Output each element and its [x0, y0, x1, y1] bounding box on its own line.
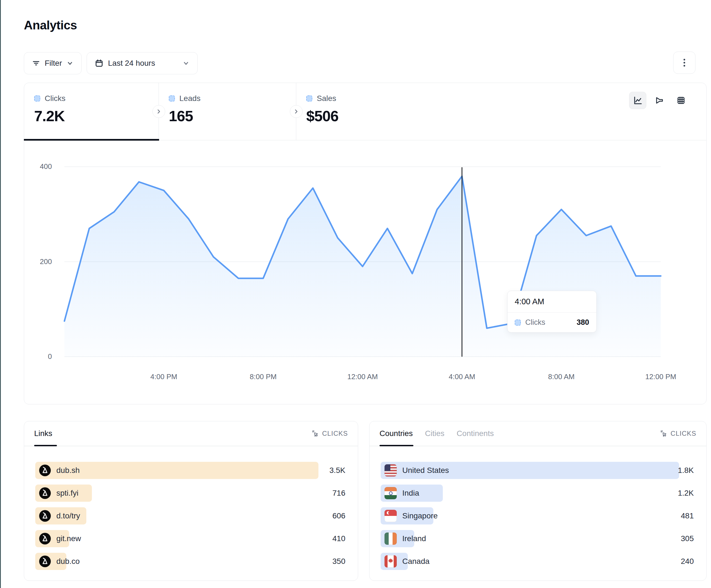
active-stat-underline: [24, 139, 159, 141]
clicks-time-series-chart[interactable]: 400 200 0 4:00 PM8:00 PM12:00 AM4:00 AM8…: [64, 167, 661, 357]
row-label: Ireland: [402, 534, 426, 543]
window-edge-accent: [0, 0, 1, 588]
link-row[interactable]: dub.sh3.5K: [35, 462, 347, 479]
row-value: 350: [332, 557, 347, 566]
table-view-button[interactable]: [672, 92, 690, 109]
chart-view-switcher: [629, 92, 690, 109]
x-axis-tick: 4:00 PM: [150, 372, 177, 381]
row-value: 606: [332, 512, 347, 520]
y-axis-tick: 400: [30, 162, 52, 171]
row-value: 240: [681, 557, 695, 566]
links-tab-underline: [34, 445, 57, 446]
row-label: d.to/try: [56, 512, 80, 520]
tab-countries[interactable]: Countries: [380, 429, 413, 438]
countries-tab-underline: [380, 445, 413, 446]
filter-button[interactable]: Filter: [24, 52, 82, 74]
stat-value: 7.2K: [34, 107, 158, 125]
links-panel: Links CLICKS dub.sh3.5Kspti.fyi716d.to/t…: [24, 421, 358, 581]
more-options-button[interactable]: [673, 51, 695, 74]
row-label: Canada: [402, 557, 430, 566]
date-range-label: Last 24 hours: [108, 59, 155, 68]
stat-tab-leads[interactable]: Leads 165: [159, 83, 296, 140]
country-row[interactable]: United States1.8K: [381, 462, 695, 479]
row-value: 305: [681, 534, 695, 543]
stat-tab-clicks[interactable]: Clicks 7.2K: [24, 83, 159, 140]
ca-flag-icon: [385, 555, 397, 567]
line-chart-view-button[interactable]: [629, 92, 646, 109]
tab-links[interactable]: Links: [34, 429, 52, 438]
chart-tooltip: 4:00 AM Clicks 380: [507, 291, 597, 333]
expand-leads-chip[interactable]: [290, 105, 303, 118]
analytics-card: Clicks 7.2K Leads 165 Sales $506: [24, 83, 707, 404]
in-flag-icon: [385, 487, 397, 499]
leads-legend-swatch: [169, 95, 175, 101]
row-value: 3.5K: [329, 466, 347, 475]
row-label: Singapore: [402, 512, 438, 520]
links-metric-selector[interactable]: CLICKS: [311, 430, 348, 437]
row-value: 1.2K: [678, 489, 695, 498]
metric-label: CLICKS: [670, 430, 696, 437]
us-flag-icon: [385, 464, 397, 476]
stats-row: Clicks 7.2K Leads 165 Sales $506: [24, 83, 706, 140]
country-row[interactable]: Ireland305: [381, 530, 695, 547]
link-row[interactable]: spti.fyi716: [35, 484, 347, 502]
stat-label: Clicks: [45, 94, 66, 103]
row-label: git.new: [56, 534, 81, 543]
row-value: 410: [332, 534, 347, 543]
cursor-click-icon: [311, 430, 319, 437]
y-axis-tick: 200: [30, 257, 52, 266]
calendar-icon: [95, 59, 104, 68]
countries-panel-header: Countries Cities Continents CLICKS: [369, 421, 706, 446]
expand-clicks-chip[interactable]: [152, 105, 165, 118]
tooltip-value: 380: [577, 318, 589, 327]
countries-metric-selector[interactable]: CLICKS: [660, 430, 696, 437]
chevron-right-icon: [294, 109, 299, 114]
link-row[interactable]: dub.co350: [35, 553, 347, 570]
row-label: India: [402, 489, 419, 498]
dub-logo-icon: [39, 510, 51, 522]
stat-label: Sales: [317, 94, 336, 103]
x-axis-tick: 4:00 AM: [449, 372, 475, 381]
funnel-icon: [655, 96, 664, 105]
row-value: 481: [681, 512, 695, 520]
stat-value: 165: [169, 107, 296, 125]
funnel-view-button[interactable]: [651, 92, 668, 109]
link-row[interactable]: d.to/try606: [35, 507, 347, 524]
tooltip-time: 4:00 AM: [508, 291, 596, 313]
tab-cities[interactable]: Cities: [425, 429, 445, 438]
row-label: dub.co: [56, 557, 80, 566]
filter-icon: [32, 59, 40, 67]
tab-continents[interactable]: Continents: [457, 429, 494, 438]
clicks-legend-swatch: [34, 95, 40, 101]
sg-flag-icon: [385, 510, 397, 522]
dub-logo-icon: [39, 533, 51, 544]
ie-flag-icon: [385, 533, 397, 545]
countries-panel: Countries Cities Continents CLICKS Unite…: [369, 421, 707, 581]
row-label: dub.sh: [56, 466, 80, 475]
row-value: 716: [332, 489, 347, 498]
links-panel-header: Links CLICKS: [24, 421, 358, 446]
x-axis-tick: 8:00 AM: [548, 372, 575, 381]
x-axis-tick: 8:00 PM: [250, 372, 277, 381]
country-row[interactable]: Singapore481: [381, 507, 695, 524]
link-row[interactable]: git.new410: [35, 530, 347, 547]
stat-value: $506: [306, 107, 446, 125]
date-range-button[interactable]: Last 24 hours: [87, 52, 198, 74]
row-value: 1.8K: [678, 466, 695, 475]
tooltip-series-label: Clicks: [525, 318, 545, 327]
row-label: United States: [402, 466, 449, 475]
x-axis-tick: 12:00 AM: [347, 372, 378, 381]
tooltip-legend-swatch: [515, 319, 521, 325]
x-axis-tick: 12:00 PM: [645, 372, 676, 381]
country-row[interactable]: Canada240: [381, 553, 695, 570]
stat-tab-sales[interactable]: Sales $506: [296, 83, 446, 140]
dub-logo-icon: [39, 556, 51, 567]
cursor-click-icon: [660, 430, 668, 437]
country-row[interactable]: India1.2K: [381, 484, 695, 502]
kebab-icon: [680, 58, 689, 67]
grid-icon: [676, 96, 686, 105]
chevron-down-icon: [66, 60, 73, 67]
chevron-right-icon: [156, 109, 161, 114]
chevron-down-icon: [182, 60, 190, 67]
stat-label: Leads: [179, 94, 200, 103]
